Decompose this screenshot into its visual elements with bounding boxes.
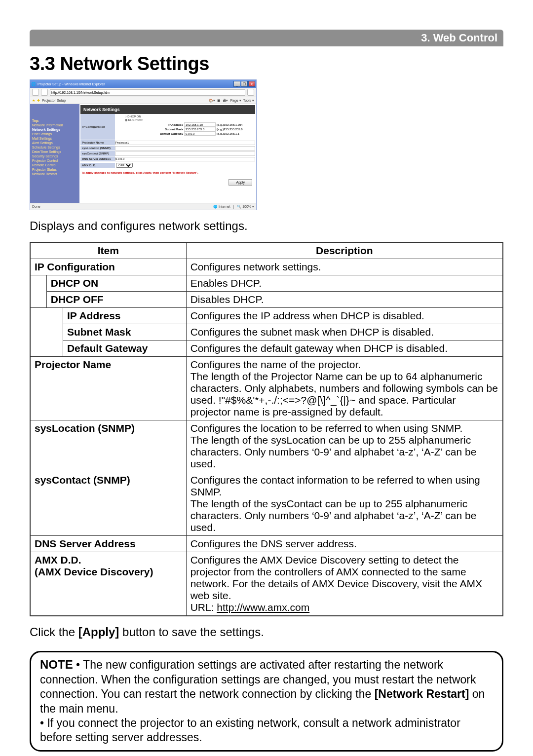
description-cell: Configures the subnet mask when DHCP is … (186, 324, 503, 340)
syscontact-label: sysContact (SNMP) (80, 151, 115, 156)
page-menu[interactable]: Page ▾ (230, 99, 241, 103)
description-cell: Configures the DNS server address. (186, 536, 503, 552)
description-cell: Configures network settings. (186, 259, 503, 275)
internet-icon: 🌐 (213, 205, 219, 208)
dns-label: DNS Server Address (80, 156, 115, 161)
note-box: NOTE • The new configuration settings ar… (30, 651, 503, 752)
syslocation-input[interactable] (115, 146, 255, 151)
description-cell: Disables DHCP. (186, 292, 503, 308)
note-network-restart: [Network Restart] (375, 687, 469, 700)
address-bar[interactable]: http://192.168.1.10/NetworkSetup.htm (50, 89, 245, 96)
status-zoom: 100% (242, 205, 251, 208)
item-cell: IP Configuration (30, 259, 186, 275)
sidebar-item-mail-settings[interactable]: Mail Settings (32, 137, 77, 140)
panel-title: Network Settings (80, 105, 255, 114)
zoom-dropdown-icon[interactable]: ▾ (252, 205, 254, 208)
projector-name-label: Projector Name (80, 140, 115, 145)
rss-icon[interactable]: ▣ (217, 99, 221, 103)
sidebar-item-remote-control[interactable]: Remote Control (32, 163, 77, 167)
status-done: Done (32, 205, 40, 208)
projector-name-input[interactable]: Projector1 (115, 141, 255, 145)
indent-spacer (46, 324, 63, 340)
breadcrumb: 3. Web Control (30, 30, 503, 46)
sidebar: Top: Network Information Network Setting… (30, 104, 79, 203)
add-favorite-icon[interactable]: ✚ (37, 99, 40, 103)
amx-url-link[interactable]: http://www.amx.com (217, 602, 309, 613)
indent-spacer (30, 324, 46, 340)
item-cell: AMX D.D. (AMX Device Discovery) (30, 552, 186, 616)
table-header-item: Item (30, 242, 186, 259)
indent-spacer (30, 275, 46, 292)
globe-icon: 🌐 (31, 82, 36, 86)
subnet-mask-hint: (e.g.)255.255.255.0 (216, 127, 255, 131)
default-gateway-label: Default Gateway (150, 132, 184, 136)
description-cell: Configures the default gateway when DHCP… (186, 340, 503, 357)
window-title: Projector Setup - Windows Internet Explo… (38, 82, 105, 86)
ip-address-input[interactable]: 192.168.1.10 (184, 122, 216, 127)
status-internet: Internet (219, 205, 230, 208)
section-title: 3.3 Network Settings (30, 53, 503, 75)
sidebar-item-projector-control[interactable]: Projector Control (32, 159, 77, 162)
dhcp-off-radio[interactable]: ◉ (125, 118, 128, 121)
indent-spacer (30, 308, 46, 324)
sidebar-item-security-settings[interactable]: Security Settings (32, 154, 77, 158)
favorites-icon[interactable]: ★ (32, 99, 35, 103)
screenshot-figure: 🌐 Projector Setup - Windows Internet Exp… (30, 79, 503, 210)
table-row: DHCP ONEnables DHCP. (30, 275, 503, 292)
home-icon[interactable]: 🏠▾ (209, 99, 215, 103)
table-row: sysContact (SNMP)Configures the contact … (30, 472, 503, 536)
table-row: Default GatewayConfigures the default ga… (30, 340, 503, 357)
sidebar-item-schedule-settings[interactable]: Schedule Settings (32, 146, 77, 149)
forward-button[interactable] (41, 89, 48, 96)
table-row: IP AddressConfigures the IP address when… (30, 308, 503, 324)
dns-input[interactable]: 0.0.0.0 (115, 157, 255, 161)
description-cell: Enables DHCP. (186, 275, 503, 292)
subnet-mask-input[interactable]: 255.255.255.0 (184, 127, 216, 131)
table-row: sysLocation (SNMP)Configures the locatio… (30, 420, 503, 472)
indent-spacer (46, 308, 63, 324)
tools-menu[interactable]: Tools ▾ (243, 99, 254, 103)
sidebar-item-port-settings[interactable]: Port Settings (32, 132, 77, 136)
sidebar-item-alert-settings[interactable]: Alert Settings (32, 141, 77, 145)
item-cell: sysLocation (SNMP) (30, 420, 186, 472)
syslocation-label: sysLocation (SNMP) (80, 146, 115, 151)
sidebar-item-network-information[interactable]: Network Information (32, 123, 77, 127)
subnet-mask-label: Subnet Mask (150, 127, 184, 131)
sidebar-top: Top: (32, 119, 77, 122)
item-cell: DHCP ON (46, 275, 186, 292)
back-button[interactable] (32, 89, 39, 96)
table-row: DNS Server AddressConfigures the DNS ser… (30, 536, 503, 552)
table-row: AMX D.D. (AMX Device Discovery)Configure… (30, 552, 503, 616)
maximize-button[interactable]: ▢ (241, 81, 248, 87)
print-icon[interactable]: 🖶▾ (223, 99, 228, 103)
description-cell: Configures the location to be referred t… (186, 420, 503, 472)
item-cell: Projector Name (30, 357, 186, 420)
settings-table: Item Description IP ConfigurationConfigu… (30, 242, 503, 616)
table-row: IP ConfigurationConfigures network setti… (30, 259, 503, 275)
ip-configuration-label: IP Configuration (80, 114, 115, 140)
section-intro: Displays and configures network settings… (30, 219, 503, 233)
table-header-description: Description (186, 242, 503, 259)
search-button[interactable] (247, 89, 254, 96)
close-button[interactable]: X (248, 81, 255, 87)
sidebar-item-network-restart[interactable]: Network Restart (32, 172, 77, 176)
amx-label: AMX D. D. (80, 163, 115, 168)
indent-spacer (30, 292, 46, 308)
syscontact-input[interactable] (115, 151, 255, 156)
amx-select[interactable]: OFF (116, 163, 133, 168)
apply-button[interactable]: Apply (228, 179, 252, 186)
indent-spacer (46, 340, 63, 357)
section-number: 3.3 (30, 53, 55, 74)
tab-label[interactable]: Projector Setup (42, 99, 66, 102)
note-text-3: • If you connect the projector to an exi… (40, 717, 460, 744)
item-cell: sysContact (SNMP) (30, 472, 186, 536)
default-gateway-input[interactable]: 0.0.0.0 (184, 131, 216, 136)
table-row: DHCP OFFDisables DHCP. (30, 292, 503, 308)
table-row: Subnet MaskConfigures the subnet mask wh… (30, 324, 503, 340)
sidebar-item-projector-status[interactable]: Projector Status (32, 168, 77, 171)
default-gateway-hint: (e.g.)192.168.1.1 (216, 132, 255, 136)
sidebar-item-network-settings[interactable]: Network Settings (32, 128, 77, 131)
sidebar-item-datetime-settings[interactable]: Date/Time Settings (32, 150, 77, 153)
description-cell: Configures the IP address when DHCP is d… (186, 308, 503, 324)
minimize-button[interactable]: _ (233, 81, 240, 87)
